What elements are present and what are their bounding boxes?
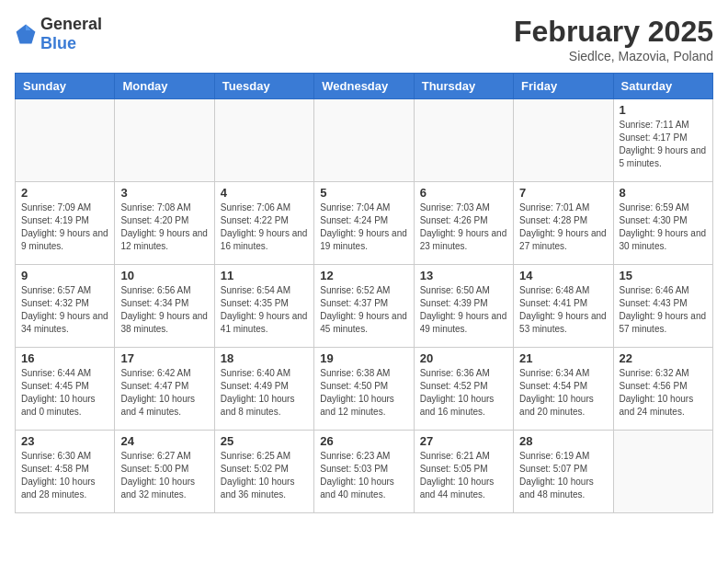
day-info: Sunrise: 6:23 AM Sunset: 5:03 PM Dayligh… — [320, 450, 407, 501]
day-number: 26 — [320, 434, 407, 448]
header: General Blue February 2025 Siedlce, Mazo… — [15, 15, 713, 63]
day-info: Sunrise: 6:57 AM Sunset: 4:32 PM Dayligh… — [21, 284, 108, 336]
calendar-week-5: 23Sunrise: 6:30 AM Sunset: 4:58 PM Dayli… — [16, 431, 713, 513]
calendar-cell: 18Sunrise: 6:40 AM Sunset: 4:49 PM Dayli… — [214, 348, 313, 431]
day-number: 5 — [320, 186, 407, 200]
header-friday: Friday — [514, 74, 613, 99]
day-number: 24 — [120, 434, 208, 448]
calendar-cell: 1Sunrise: 7:11 AM Sunset: 4:17 PM Daylig… — [613, 99, 712, 182]
calendar-cell — [115, 99, 214, 182]
day-number: 27 — [420, 434, 507, 448]
day-info: Sunrise: 7:03 AM Sunset: 4:26 PM Dayligh… — [420, 201, 507, 253]
day-number: 1 — [620, 103, 707, 117]
calendar-cell: 14Sunrise: 6:48 AM Sunset: 4:41 PM Dayli… — [514, 265, 613, 348]
calendar-cell: 4Sunrise: 7:06 AM Sunset: 4:22 PM Daylig… — [214, 182, 313, 265]
calendar-cell: 2Sunrise: 7:09 AM Sunset: 4:19 PM Daylig… — [16, 182, 115, 265]
calendar-cell: 12Sunrise: 6:52 AM Sunset: 4:37 PM Dayli… — [314, 265, 414, 348]
day-number: 16 — [21, 351, 108, 365]
title-area: February 2025 Siedlce, Mazovia, Poland — [514, 15, 713, 63]
day-number: 20 — [420, 351, 507, 365]
day-number: 13 — [420, 269, 507, 282]
day-info: Sunrise: 6:48 AM Sunset: 4:41 PM Dayligh… — [519, 284, 607, 336]
day-info: Sunrise: 7:01 AM Sunset: 4:28 PM Dayligh… — [519, 201, 607, 253]
calendar-cell: 21Sunrise: 6:34 AM Sunset: 4:54 PM Dayli… — [514, 348, 613, 431]
calendar-cell — [16, 99, 115, 182]
main-title: February 2025 — [514, 15, 713, 49]
calendar-cell: 3Sunrise: 7:08 AM Sunset: 4:20 PM Daylig… — [115, 182, 214, 265]
calendar-cell: 26Sunrise: 6:23 AM Sunset: 5:03 PM Dayli… — [314, 431, 414, 513]
day-info: Sunrise: 6:54 AM Sunset: 4:35 PM Dayligh… — [221, 284, 308, 336]
day-info: Sunrise: 6:50 AM Sunset: 4:39 PM Dayligh… — [420, 284, 507, 336]
calendar-cell: 9Sunrise: 6:57 AM Sunset: 4:32 PM Daylig… — [16, 265, 115, 348]
day-info: Sunrise: 6:59 AM Sunset: 4:30 PM Dayligh… — [620, 201, 707, 253]
day-info: Sunrise: 7:11 AM Sunset: 4:17 PM Dayligh… — [620, 119, 707, 170]
calendar-cell — [514, 99, 613, 182]
calendar-cell — [214, 99, 313, 182]
header-sunday: Sunday — [16, 74, 115, 99]
calendar-cell — [314, 99, 414, 182]
header-monday: Monday — [115, 74, 214, 99]
day-number: 7 — [519, 186, 607, 200]
day-info: Sunrise: 6:19 AM Sunset: 5:07 PM Dayligh… — [519, 450, 607, 501]
day-number: 8 — [620, 186, 707, 200]
day-info: Sunrise: 6:27 AM Sunset: 5:00 PM Dayligh… — [120, 450, 208, 501]
calendar-cell: 5Sunrise: 7:04 AM Sunset: 4:24 PM Daylig… — [314, 182, 414, 265]
day-info: Sunrise: 6:56 AM Sunset: 4:34 PM Dayligh… — [120, 284, 208, 336]
day-number: 11 — [221, 269, 308, 282]
logo-blue: Blue — [40, 34, 76, 52]
day-number: 19 — [320, 351, 407, 365]
header-saturday: Saturday — [613, 74, 712, 99]
day-info: Sunrise: 6:32 AM Sunset: 4:56 PM Dayligh… — [620, 367, 707, 419]
calendar-cell: 25Sunrise: 6:25 AM Sunset: 5:02 PM Dayli… — [214, 431, 313, 513]
calendar-header-row: Sunday Monday Tuesday Wednesday Thursday… — [16, 74, 713, 99]
calendar-cell: 8Sunrise: 6:59 AM Sunset: 4:30 PM Daylig… — [613, 182, 712, 265]
day-number: 6 — [420, 186, 507, 200]
day-number: 10 — [120, 269, 208, 282]
calendar-cell: 17Sunrise: 6:42 AM Sunset: 4:47 PM Dayli… — [115, 348, 214, 431]
calendar-cell: 23Sunrise: 6:30 AM Sunset: 4:58 PM Dayli… — [16, 431, 115, 513]
day-number: 22 — [620, 351, 707, 365]
calendar-cell: 22Sunrise: 6:32 AM Sunset: 4:56 PM Dayli… — [613, 348, 712, 431]
day-info: Sunrise: 6:52 AM Sunset: 4:37 PM Dayligh… — [320, 284, 407, 336]
subtitle: Siedlce, Mazovia, Poland — [514, 49, 713, 63]
logo-general: General — [40, 15, 102, 33]
day-number: 28 — [519, 434, 607, 448]
day-info: Sunrise: 6:40 AM Sunset: 4:49 PM Dayligh… — [221, 367, 308, 419]
day-number: 12 — [320, 269, 407, 282]
calendar-cell: 20Sunrise: 6:36 AM Sunset: 4:52 PM Dayli… — [414, 348, 513, 431]
calendar-cell: 15Sunrise: 6:46 AM Sunset: 4:43 PM Dayli… — [613, 265, 712, 348]
day-number: 15 — [620, 269, 707, 282]
day-number: 9 — [21, 269, 108, 282]
calendar-cell: 10Sunrise: 6:56 AM Sunset: 4:34 PM Dayli… — [115, 265, 214, 348]
day-info: Sunrise: 7:09 AM Sunset: 4:19 PM Dayligh… — [21, 201, 108, 253]
day-number: 21 — [519, 351, 607, 365]
day-number: 14 — [519, 269, 607, 282]
day-info: Sunrise: 7:06 AM Sunset: 4:22 PM Dayligh… — [221, 201, 308, 253]
day-number: 25 — [221, 434, 308, 448]
day-number: 18 — [221, 351, 308, 365]
calendar-cell: 28Sunrise: 6:19 AM Sunset: 5:07 PM Dayli… — [514, 431, 613, 513]
logo-icon — [15, 23, 37, 45]
calendar-cell: 6Sunrise: 7:03 AM Sunset: 4:26 PM Daylig… — [414, 182, 513, 265]
calendar-cell: 11Sunrise: 6:54 AM Sunset: 4:35 PM Dayli… — [214, 265, 313, 348]
header-tuesday: Tuesday — [214, 74, 313, 99]
calendar-cell — [414, 99, 513, 182]
day-info: Sunrise: 6:30 AM Sunset: 4:58 PM Dayligh… — [21, 450, 108, 501]
day-info: Sunrise: 6:42 AM Sunset: 4:47 PM Dayligh… — [120, 367, 208, 419]
calendar-week-2: 2Sunrise: 7:09 AM Sunset: 4:19 PM Daylig… — [16, 182, 713, 265]
day-info: Sunrise: 7:04 AM Sunset: 4:24 PM Dayligh… — [320, 201, 407, 253]
calendar-cell: 24Sunrise: 6:27 AM Sunset: 5:00 PM Dayli… — [115, 431, 214, 513]
day-number: 23 — [21, 434, 108, 448]
header-thursday: Thursday — [414, 74, 513, 99]
calendar-cell: 13Sunrise: 6:50 AM Sunset: 4:39 PM Dayli… — [414, 265, 513, 348]
calendar-cell — [613, 431, 712, 513]
day-info: Sunrise: 6:46 AM Sunset: 4:43 PM Dayligh… — [620, 284, 707, 336]
day-info: Sunrise: 6:25 AM Sunset: 5:02 PM Dayligh… — [221, 450, 308, 501]
day-info: Sunrise: 6:38 AM Sunset: 4:50 PM Dayligh… — [320, 367, 407, 419]
day-number: 17 — [120, 351, 208, 365]
calendar-cell: 16Sunrise: 6:44 AM Sunset: 4:45 PM Dayli… — [16, 348, 115, 431]
day-info: Sunrise: 6:36 AM Sunset: 4:52 PM Dayligh… — [420, 367, 507, 419]
calendar-week-1: 1Sunrise: 7:11 AM Sunset: 4:17 PM Daylig… — [16, 99, 713, 182]
calendar-cell: 19Sunrise: 6:38 AM Sunset: 4:50 PM Dayli… — [314, 348, 414, 431]
day-number: 3 — [120, 186, 208, 200]
